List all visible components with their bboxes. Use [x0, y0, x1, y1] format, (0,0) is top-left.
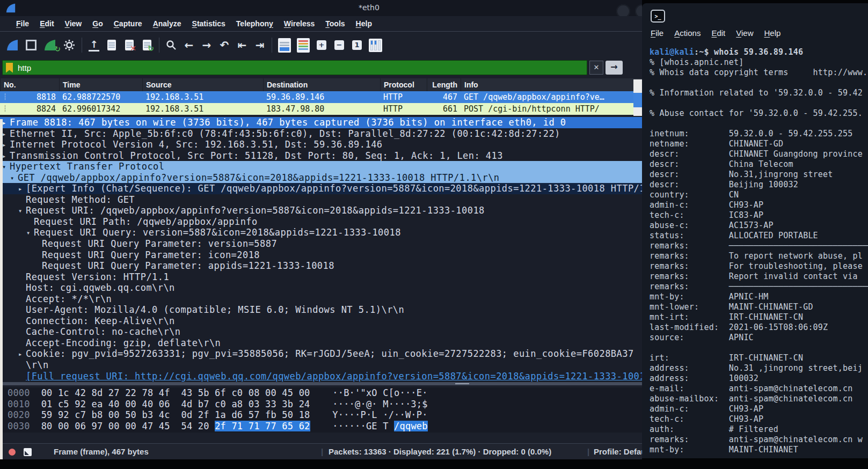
detail-line[interactable]: [Full request URI: http://cgi.qqweb.qq.c… — [0, 371, 642, 382]
collapsed-arrow-icon[interactable]: ▸ — [18, 184, 23, 194]
collapsed-arrow-icon[interactable]: ▸ — [2, 118, 6, 128]
terminal-output[interactable]: kali@kali:~$ whois 59.36.89.146% [whois.… — [650, 47, 868, 458]
stop-capture-icon[interactable] — [25, 37, 37, 53]
packet-row[interactable]: ┆881862.988722570192.168.3.5159.36.89.14… — [0, 91, 642, 103]
terminal-line: remarks: ────────────────────────────── — [650, 241, 868, 251]
packet-list-scrollbar[interactable] — [633, 79, 642, 116]
detail-line[interactable]: Accept-Encoding: gzip, deflate\r\n — [0, 338, 642, 349]
zoom-100-icon[interactable]: 1 — [351, 37, 363, 53]
ws-menu-telephony[interactable]: Telephony — [231, 18, 279, 30]
ws-menu-capture[interactable]: Capture — [108, 18, 148, 30]
window-title: *eth0 — [359, 3, 380, 12]
detail-line[interactable]: ▾Hypertext Transfer Protocol — [0, 161, 642, 172]
term-menu-view[interactable]: View — [731, 27, 758, 39]
column-header-no[interactable]: No. — [0, 78, 59, 91]
pane-splitter[interactable] — [0, 382, 642, 385]
column-header-time[interactable]: Time — [59, 78, 142, 91]
scrollbar-thumb[interactable] — [633, 93, 642, 107]
terminal-line — [650, 343, 868, 353]
detail-line[interactable]: Host: cgi.qqweb.qq.com\r\n — [0, 282, 642, 294]
detail-line[interactable]: Request URI Query Parameter: icon=2018 — [0, 250, 642, 261]
collapsed-arrow-icon[interactable]: ▸ — [2, 140, 6, 150]
detail-line[interactable]: Cache-Control: no-cache\r\n — [0, 326, 642, 338]
ws-menu-help[interactable]: Help — [351, 18, 377, 30]
hex-row[interactable]: 0000 00 1c 42 8d 27 22 78 4f 43 5b 6f c0… — [8, 387, 642, 399]
term-menu-edit[interactable]: Edit — [706, 27, 731, 39]
hex-row[interactable]: 0030 80 00 06 97 00 00 47 45 54 20 2f 71… — [8, 421, 642, 432]
filter-bookmark-icon[interactable] — [6, 63, 13, 73]
go-forward-icon[interactable]: → — [201, 37, 213, 53]
capture-status-icon[interactable] — [9, 449, 16, 456]
detail-line[interactable]: User-Agent: Mozilla/4.0 (compatible; MSI… — [0, 304, 642, 316]
collapsed-arrow-icon[interactable]: ▸ — [2, 151, 6, 162]
detail-line[interactable]: Request Version: HTTP/1.1 — [0, 272, 642, 283]
column-header-length[interactable]: Length — [427, 78, 461, 91]
detail-line[interactable]: ▾Request URI Query: version=5887&icon=20… — [0, 227, 642, 238]
collapsed-arrow-icon[interactable]: ▸ — [2, 129, 6, 140]
hex-row[interactable]: 0020 59 92 c7 b8 00 50 b3 4c 0d 2f 1a d6… — [8, 409, 642, 421]
term-menu-file[interactable]: File — [645, 27, 669, 39]
detail-line[interactable]: ▸Cookie: pgv_pvid=9527263331; pgv_pvi=35… — [0, 348, 642, 360]
column-header-destination[interactable]: Destination — [263, 78, 380, 91]
go-first-icon[interactable]: ⇤ — [236, 37, 248, 53]
detail-line[interactable]: Request Method: GET — [0, 194, 642, 206]
detail-line[interactable]: ▸Ethernet II, Src: Apple_5b:6f:c0 (78:4f… — [0, 128, 642, 140]
detail-line[interactable]: \r\n — [0, 360, 642, 371]
go-to-packet-icon[interactable]: ↶ — [218, 37, 230, 53]
auto-scroll-icon[interactable] — [278, 37, 291, 53]
term-menu-actions[interactable]: Actions — [669, 27, 706, 39]
detail-line[interactable]: ▸Internet Protocol Version 4, Src: 192.1… — [0, 139, 642, 150]
detail-line[interactable]: Request URI Path: /qqweb/appbox/appinfo — [0, 216, 642, 228]
ws-menu-go[interactable]: Go — [87, 18, 108, 30]
ws-menu-tools[interactable]: Tools — [320, 18, 350, 30]
detail-line[interactable]: Connection: Keep-Alive\r\n — [0, 316, 642, 327]
find-packet-icon[interactable] — [165, 37, 177, 53]
column-header-protocol[interactable]: Protocol — [380, 78, 427, 91]
go-back-icon[interactable]: ← — [183, 37, 195, 53]
wireshark-titlebar[interactable]: *eth0 — [0, 0, 642, 16]
detail-line[interactable]: ▸Transmission Control Protocol, Src Port… — [0, 150, 642, 162]
zoom-out-icon[interactable]: − — [333, 37, 345, 53]
detail-line[interactable]: Accept: */*\r\n — [0, 294, 642, 305]
display-filter-input[interactable]: http — [2, 60, 587, 75]
column-header-source[interactable]: Source — [142, 78, 263, 91]
detail-line[interactable]: Request URI Query Parameter: appids=1221… — [0, 260, 642, 272]
zoom-in-icon[interactable]: + — [316, 37, 327, 53]
detail-line[interactable]: ▾GET /qqweb/appbox/appinfo?version=5887&… — [0, 172, 642, 184]
detail-line[interactable]: ▸[Expert Info (Chat/Sequence): GET /qqwe… — [0, 183, 642, 194]
expanded-arrow-icon[interactable]: ▾ — [18, 206, 23, 216]
restart-capture-icon[interactable]: ↻ — [43, 37, 57, 53]
close-file-icon[interactable]: ✕ — [123, 37, 135, 53]
detail-line[interactable]: Request URI Query Parameter: version=588… — [0, 238, 642, 250]
capture-options-icon[interactable] — [63, 37, 76, 53]
expanded-arrow-icon[interactable]: ▾ — [2, 162, 6, 172]
detail-line[interactable]: ▸Frame 8818: 467 bytes on wire (3736 bit… — [0, 117, 642, 128]
resize-columns-icon[interactable] — [369, 37, 382, 53]
ws-menu-edit[interactable]: Edit — [34, 18, 59, 30]
ws-menu-analyze[interactable]: Analyze — [148, 18, 187, 30]
save-file-icon[interactable] — [106, 37, 118, 53]
start-capture-icon[interactable] — [5, 37, 19, 53]
ws-menu-view[interactable]: View — [60, 18, 87, 30]
colorize-packets-icon[interactable] — [297, 37, 310, 53]
column-header-info[interactable]: Info — [461, 78, 642, 91]
filter-clear-button[interactable]: ✕ — [589, 61, 603, 75]
status-profile[interactable]: Profile: Defau — [594, 444, 642, 459]
packet-row[interactable]: ┆882462.996017342192.168.3.51183.47.98.8… — [0, 103, 642, 115]
detail-line[interactable]: ▾Request URI: /qqweb/appbox/appinfo?vers… — [0, 205, 642, 216]
ws-menu-file[interactable]: File — [11, 18, 34, 30]
collapsed-arrow-icon[interactable]: ▸ — [18, 349, 23, 360]
filter-apply-button[interactable]: → — [606, 61, 623, 75]
reload-file-icon[interactable]: ↻ — [141, 37, 153, 53]
cell-no: 8824 — [0, 103, 59, 115]
open-file-icon[interactable]: ↑ — [88, 37, 100, 53]
ws-menu-statistics[interactable]: Statistics — [187, 18, 231, 30]
expanded-arrow-icon[interactable]: ▾ — [10, 173, 14, 184]
term-menu-help[interactable]: Help — [759, 27, 786, 39]
expanded-arrow-icon[interactable]: ▾ — [26, 228, 31, 238]
hex-row[interactable]: 0010 01 c5 92 ea 40 00 40 06 4d b7 c0 a8… — [8, 399, 642, 410]
capture-comment-icon[interactable] — [24, 448, 32, 456]
ws-menu-wireless[interactable]: Wireless — [279, 18, 320, 30]
terminal-line: mnt-by: MAINT-CHINANET — [650, 445, 868, 455]
go-last-icon[interactable]: ⇥ — [254, 37, 266, 53]
